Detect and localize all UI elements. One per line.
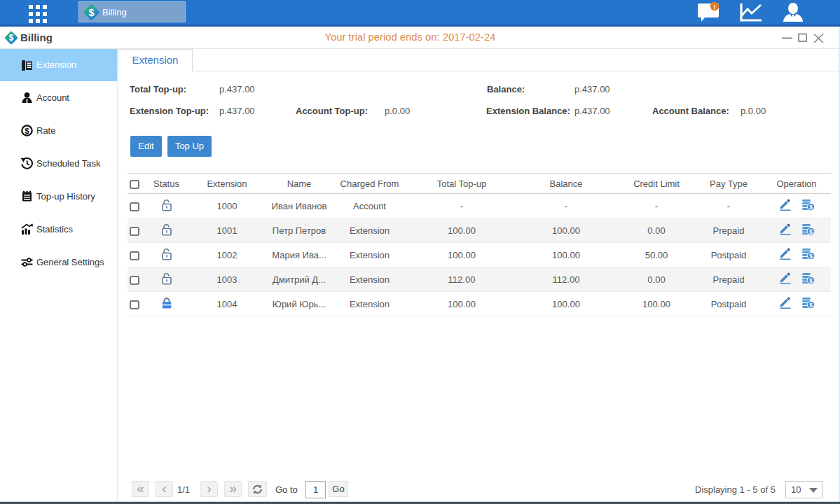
svg-text:!: ! (714, 4, 716, 10)
svg-text:$: $ (25, 127, 29, 135)
svg-text:$: $ (809, 277, 813, 284)
svg-text:$: $ (809, 253, 813, 260)
svg-text:$: $ (809, 302, 813, 309)
svg-text:$: $ (809, 204, 813, 211)
svg-text:$: $ (88, 6, 94, 18)
svg-text:$: $ (809, 228, 813, 235)
